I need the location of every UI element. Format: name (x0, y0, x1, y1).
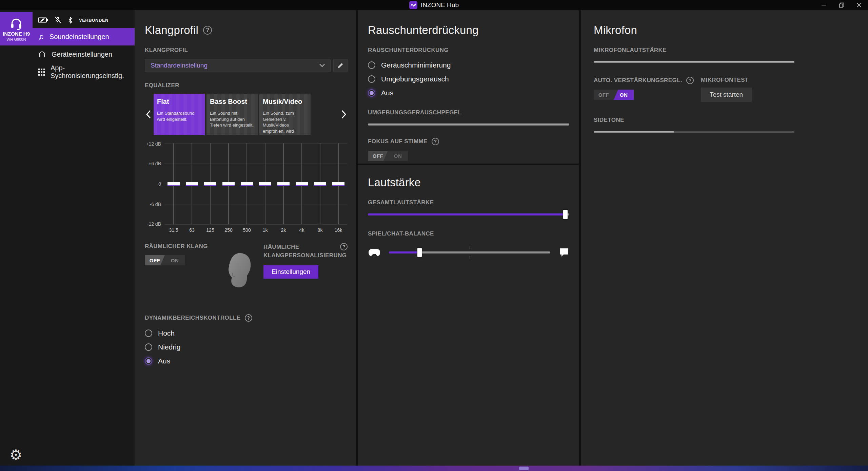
radio-icon-selected (368, 89, 375, 97)
eq-x-axis: 31.5 63 125 250 500 1k 2k 4k 8k 16k (164, 227, 348, 233)
nc-radio-group: Geräuschminimierung Umgebungsgeräusch Au… (368, 61, 569, 97)
toggle-on-label: ON (165, 255, 185, 265)
nc-option-aus[interactable]: Aus (368, 89, 569, 97)
toggle-off-label: OFF (145, 255, 165, 265)
sidebar-item-label: Soundeinstellungen (50, 33, 109, 41)
sound-profile-select[interactable]: Standardeinstellung (145, 59, 331, 72)
toggle-off-label: OFF (368, 151, 388, 161)
eq-handle[interactable] (167, 182, 180, 186)
eq-band-slider-16k[interactable] (329, 143, 348, 224)
toggle-on-label: ON (614, 90, 634, 100)
eq-handle[interactable] (259, 182, 271, 186)
eq-handle[interactable] (204, 182, 216, 186)
preset-description: Ein Standardsound wird eingestellt. (157, 110, 201, 122)
sidebar-item-app-sync-settings[interactable]: App-Sychronisierungseinstlg. (33, 63, 135, 81)
slider-thumb[interactable] (417, 248, 422, 257)
radio-icon-selected (145, 357, 152, 365)
help-icon[interactable] (432, 138, 439, 145)
preset-name: Flat (157, 98, 201, 106)
radio-label: Aus (158, 357, 170, 365)
eq-handle[interactable] (314, 182, 326, 186)
eq-handle[interactable] (332, 182, 344, 186)
sidebar-item-sound-settings[interactable]: ♫ Soundeinstellungen (33, 28, 135, 45)
eq-preset-card-musik-video[interactable]: Musik/Video Ein Sound, zum Genießen v. M… (259, 94, 311, 135)
eq-x-tick: 16k (329, 227, 348, 233)
eq-band-slider-1k[interactable] (256, 143, 274, 224)
sidetone-label: SIDETONE (594, 117, 859, 124)
start-test-button[interactable]: Test starten (701, 88, 752, 102)
eq-handle[interactable] (222, 182, 235, 186)
device-name: INZONE H9 (3, 31, 30, 37)
carousel-next-button[interactable] (340, 94, 348, 135)
eq-y-axis: +12 dB +6 dB 0 -6 dB -12 dB (145, 143, 164, 225)
mic-level-slider[interactable] (594, 61, 794, 63)
master-volume-slider[interactable] (368, 213, 569, 215)
eq-band-slider-8k[interactable] (311, 143, 329, 224)
agc-toggle[interactable]: OFF ON (594, 90, 634, 100)
volume-panel: Lautstärke GESAMTLAUTSTÄRKE SPIEL/CHAT-B… (358, 165, 579, 466)
close-button[interactable] (850, 0, 868, 10)
drc-option-aus[interactable]: Aus (145, 357, 348, 365)
spatial-sound-toggle[interactable]: OFF ON (145, 255, 185, 265)
eq-band-slider-2k[interactable] (274, 143, 293, 224)
eq-y-tick: +6 dB (149, 161, 161, 166)
eq-band-slider-63[interactable] (183, 143, 201, 224)
help-icon[interactable] (245, 314, 252, 322)
drc-option-niedrig[interactable]: Niedrig (145, 343, 348, 351)
help-icon[interactable] (203, 26, 212, 35)
eq-band-slider-250[interactable] (219, 143, 238, 224)
game-chat-balance-slider[interactable] (389, 251, 550, 253)
spatial-sound-label: RÄUMLICHER KLANG (145, 243, 223, 250)
edit-profile-button[interactable] (333, 59, 348, 72)
eq-band-slider-31-5[interactable] (164, 143, 183, 224)
preset-description: Ein Sound, zum Genießen v. Musik/Videos … (263, 110, 307, 135)
gear-icon[interactable]: ⚙ (9, 447, 22, 463)
bottom-gradient-bar (0, 466, 868, 471)
eq-band-slider-4k[interactable] (293, 143, 311, 224)
eq-preset-carousel: Flat Ein Standardsound wird eingestellt.… (145, 94, 348, 135)
sidebar-item-label: Geräteeinstellungen (52, 51, 112, 58)
eq-handle[interactable] (186, 182, 198, 186)
minimize-button[interactable] (815, 0, 833, 10)
ambient-level-label: UMGEBUNGSGERÄUSCHPEGEL (368, 109, 569, 116)
toggle-on-label: ON (388, 151, 408, 161)
radio-label: Geräuschminimierung (381, 61, 451, 69)
device-model: WH-G900N (7, 37, 26, 41)
drc-option-hoch[interactable]: Hoch (145, 329, 348, 337)
toggle-off-label: OFF (594, 90, 614, 100)
nc-mode-label: RAUSCHUNTERDRÜCKUNG (368, 47, 569, 54)
device-tile[interactable]: INZONE H9 WH-G900N (0, 12, 33, 45)
eq-band-slider-500[interactable] (238, 143, 256, 224)
connection-status: VERBUNDEN (79, 18, 108, 23)
eq-handle[interactable] (296, 182, 308, 186)
ambient-level-slider[interactable] (368, 124, 569, 126)
sound-profile-panel: Klangprofil KLANGPROFIL Standardeinstell… (135, 10, 356, 466)
eq-band-slider-125[interactable] (201, 143, 219, 224)
eq-preset-card-bass-boost[interactable]: Bass Boost Ein Sound mit Betonung auf de… (206, 94, 258, 135)
radio-icon (368, 75, 375, 83)
eq-handle[interactable] (241, 182, 253, 186)
noise-cancelling-panel: Rauschunterdrückung RAUSCHUNTERDRÜCKUNG … (358, 10, 579, 164)
personalization-settings-button[interactable]: Einstellungen (263, 265, 318, 279)
eq-plot-area (164, 143, 348, 225)
sidetone-slider[interactable] (594, 131, 794, 133)
window-controls (815, 0, 868, 10)
sidebar-footer: ⚙ (9, 448, 22, 462)
eq-x-tick: 500 (238, 227, 256, 233)
slider-thumb[interactable] (563, 210, 568, 219)
nc-option-umgebungsgeraeusch[interactable]: Umgebungsgeräusch (368, 75, 569, 83)
mic-level-label: MIKROFONLAUTSTÄRKE (594, 47, 859, 54)
help-icon[interactable] (686, 77, 694, 84)
sidebar-item-device-settings[interactable]: Geräteeinstellungen (33, 45, 135, 63)
gamepad-icon (368, 248, 381, 257)
headphones-icon (38, 50, 46, 58)
nc-option-geraeuschminimierung[interactable]: Geräuschminimierung (368, 61, 569, 69)
eq-handle[interactable] (277, 182, 290, 186)
help-icon[interactable] (340, 243, 348, 250)
restore-button[interactable] (833, 0, 850, 10)
carousel-prev-button[interactable] (145, 94, 152, 135)
eq-preset-card-flat[interactable]: Flat Ein Standardsound wird eingestellt. (154, 94, 205, 135)
head-model-image (223, 252, 263, 295)
voice-focus-toggle[interactable]: OFF ON (368, 151, 408, 161)
chevron-down-icon (319, 64, 325, 67)
